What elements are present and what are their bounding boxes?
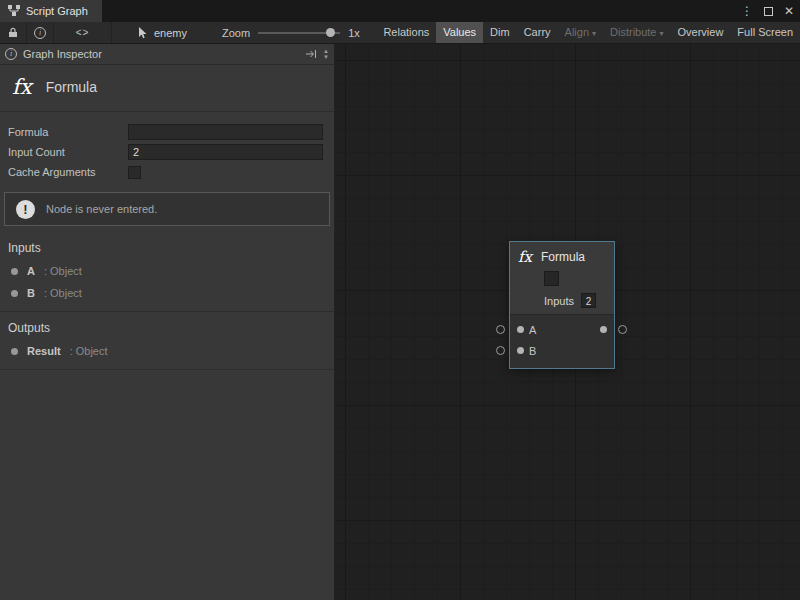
fx-icon: fx (8, 75, 32, 99)
graph-target[interactable]: enemy (138, 22, 187, 43)
cache-arguments-label: Cache Arguments (8, 166, 128, 178)
values-button[interactable]: Values (436, 22, 483, 43)
node-title-text: Formula (46, 79, 97, 95)
input-port-b-icon[interactable] (517, 347, 524, 354)
inputs-section-header: Inputs (0, 232, 334, 260)
input-port-row-a: A : Object (0, 260, 334, 282)
port-name: Result (27, 345, 61, 357)
target-label: enemy (154, 27, 187, 39)
carry-button[interactable]: Carry (517, 22, 558, 43)
formula-node[interactable]: fx Formula Inputs 2 A B (510, 242, 614, 368)
info-icon: i (34, 27, 46, 39)
zoom-value: 1x (348, 27, 360, 39)
tab-script-graph[interactable]: Script Graph (0, 0, 102, 22)
warning-box: ! Node is never entered. (4, 192, 330, 226)
tab-title: Script Graph (26, 5, 88, 17)
formula-node-header[interactable]: fx Formula Inputs 2 (510, 242, 614, 314)
cursor-icon (138, 27, 148, 39)
toolbar-buttons: Relations Values Dim Carry Align▾ Distri… (376, 22, 800, 43)
node-input-count-field[interactable]: 2 (581, 293, 596, 308)
node-port-label: B (529, 345, 536, 357)
dock-right-icon[interactable] (305, 49, 317, 59)
align-label: Align (565, 26, 589, 38)
graph-toolbar: i <> enemy Zoom 1x Relations Values Dim … (0, 22, 800, 44)
code-view-button[interactable]: <> (54, 22, 112, 43)
relations-button[interactable]: Relations (376, 22, 436, 43)
panel-scroll-control[interactable]: ▲ ▼ (323, 48, 329, 60)
external-port-ring-b[interactable] (496, 346, 505, 355)
input-port-row-b: B : Object (0, 282, 334, 304)
menu-icon[interactable]: ⋮ (741, 0, 753, 22)
info-icon: i (5, 48, 17, 60)
external-port-ring-result[interactable] (618, 325, 627, 334)
warning-icon: ! (16, 200, 35, 219)
dim-button[interactable]: Dim (483, 22, 517, 43)
unity-script-graph-window: Script Graph ⋮ ✕ i <> enemy Zoom (0, 0, 800, 600)
node-port-label: A (529, 324, 536, 336)
graph-inspector-panel: i Graph Inspector ▲ ▼ fx Formula Formula… (0, 44, 335, 600)
formula-label: Formula (8, 126, 128, 138)
warning-message: Node is never entered. (46, 203, 157, 215)
port-dot-icon (11, 348, 18, 355)
outputs-section-header: Outputs (0, 312, 334, 340)
node-port-row-a: A (510, 319, 614, 340)
node-inputs-label: Inputs (544, 295, 574, 307)
input-port-a-icon[interactable] (517, 326, 524, 333)
node-title: Formula (541, 250, 585, 264)
zoom-label: Zoom (222, 27, 250, 39)
window-controls: ⋮ ✕ (741, 0, 794, 22)
distribute-button[interactable]: Distribute▾ (603, 22, 670, 43)
titlebar: Script Graph ⋮ ✕ (0, 0, 800, 22)
script-graph-icon (8, 5, 20, 17)
formula-node-body: A B (510, 314, 614, 368)
output-port-result-icon[interactable] (600, 326, 607, 333)
lock-button[interactable] (0, 22, 27, 43)
inspector-fields: Formula Input Count Cache Arguments (0, 112, 334, 186)
scroll-down-icon[interactable]: ▼ (323, 54, 329, 60)
overview-button[interactable]: Overview (671, 22, 731, 43)
info-button[interactable]: i (27, 22, 54, 43)
fullscreen-button[interactable]: Full Screen (730, 22, 800, 43)
input-count-label: Input Count (8, 146, 128, 158)
port-dot-icon (11, 268, 18, 275)
node-port-row-b: B (510, 340, 614, 361)
zoom-slider[interactable] (258, 32, 340, 34)
code-icon: <> (76, 27, 90, 38)
cache-arguments-checkbox[interactable] (128, 166, 141, 179)
fx-icon: fx (518, 248, 532, 266)
port-name: B (27, 287, 35, 299)
align-button[interactable]: Align▾ (558, 22, 603, 43)
port-type: : Object (44, 265, 82, 277)
output-port-row-result: Result : Object (0, 340, 334, 362)
close-icon[interactable]: ✕ (784, 0, 794, 22)
distribute-label: Distribute (610, 26, 656, 38)
inspector-header: i Graph Inspector ▲ ▼ (0, 44, 334, 65)
formula-field-row: Formula (8, 122, 326, 142)
chevron-down-icon: ▾ (592, 29, 596, 38)
zoom-control: Zoom 1x (222, 22, 360, 43)
external-port-ring-a[interactable] (496, 325, 505, 334)
node-formula-field[interactable] (544, 271, 559, 286)
inspector-title: Graph Inspector (23, 48, 102, 60)
chevron-down-icon: ▾ (660, 29, 664, 38)
formula-input[interactable] (128, 124, 323, 140)
cache-arguments-row: Cache Arguments (8, 162, 326, 182)
input-count-row: Input Count (8, 142, 326, 162)
port-dot-icon (11, 290, 18, 297)
lock-icon (8, 27, 18, 38)
input-count-input[interactable] (128, 144, 323, 160)
port-name: A (27, 265, 35, 277)
port-type: : Object (44, 287, 82, 299)
section-divider (0, 369, 334, 370)
port-type: : Object (70, 345, 108, 357)
inspector-node-title: fx Formula (0, 65, 334, 112)
graph-canvas[interactable]: fx Formula Inputs 2 A B (335, 44, 800, 600)
maximize-icon[interactable] (764, 7, 773, 16)
zoom-slider-knob[interactable] (326, 28, 335, 37)
